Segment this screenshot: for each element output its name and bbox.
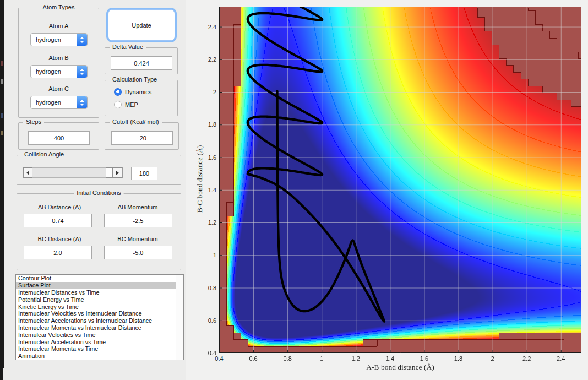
panel-title: Atom Types	[40, 4, 78, 10]
atom-c-dropdown[interactable]: hydrogen	[30, 96, 88, 109]
x-tick-label: 0.6	[242, 355, 264, 362]
panel-calculation-type: Calculation Type Dynamics MEP	[105, 80, 178, 116]
ab-momentum-field[interactable]: -2.5	[104, 214, 172, 227]
app-window: Atom Types Atom A hydrogen Atom B hydrog…	[0, 0, 588, 380]
x-tick-label: 0.8	[276, 355, 298, 362]
y-tick-label: 2.2	[197, 56, 216, 63]
background-window-corner	[0, 368, 3, 380]
atom-c-value: hydrogen	[31, 96, 77, 108]
list-item[interactable]: Internuclear Accelerations vs Internucle…	[16, 317, 183, 324]
y-tick-label: 2.4	[197, 24, 216, 30]
list-item[interactable]: Internuclear Momenta vs Internuclear Dis…	[16, 324, 183, 332]
list-item[interactable]: Internuclear Distances vs Time	[16, 289, 183, 296]
panel-atom-types: Atom Types Atom A hydrogen Atom B hydrog…	[18, 8, 99, 118]
list-items-container: Contour PlotSurface PlotInternuclear Dis…	[16, 275, 183, 360]
radio-dynamics-label: Dynamics	[125, 89, 151, 95]
panel-title: Delta Value	[110, 44, 146, 50]
dropdown-chevrons-icon	[77, 96, 87, 108]
panel-collision-angle: Collision Angle 180	[17, 155, 181, 185]
panel-cutoff: Cutoff (Kcal/ mol) -20	[105, 122, 179, 150]
slider-left-arrow-icon[interactable]	[23, 167, 32, 178]
list-item[interactable]: Internulear Velocities vs Time	[16, 331, 183, 338]
x-tick-label: 1.8	[448, 355, 470, 362]
x-tick-label: 2.2	[516, 355, 538, 362]
y-tick-label: 0.6	[197, 317, 216, 324]
background-window-edge	[0, 0, 4, 368]
radio-mep[interactable]: MEP	[114, 101, 138, 108]
panel-title: Collision Angle	[21, 151, 67, 158]
collision-angle-field[interactable]: 180	[131, 167, 157, 180]
atom-a-dropdown[interactable]: hydrogen	[30, 33, 88, 46]
bc-momentum-field[interactable]: -5.0	[104, 246, 172, 259]
atom-b-dropdown[interactable]: hydrogen	[30, 65, 88, 78]
y-tick-label: 1	[197, 252, 216, 258]
slider-thumb[interactable]	[106, 167, 113, 178]
atom-b-label: Atom B	[19, 55, 99, 61]
x-axis-label: A-B bond distance (Å)	[318, 363, 483, 372]
bc-distance-label: BC Distance (A)	[24, 236, 95, 242]
panel-delta-value: Delta Value 0.424	[105, 47, 178, 74]
plot-type-listbox[interactable]: Contour PlotSurface PlotInternuclear Dis…	[15, 274, 184, 360]
atom-b-value: hydrogen	[31, 66, 77, 78]
listbox-scrollbar[interactable]	[176, 275, 183, 360]
radio-button-icon	[114, 88, 122, 96]
y-axis-label: B-C bond distance (Å)	[195, 124, 204, 234]
slider-trough[interactable]	[32, 167, 106, 178]
dropdown-chevrons-icon	[77, 66, 87, 78]
radio-dynamics[interactable]: Dynamics	[114, 88, 151, 96]
list-item[interactable]: Internuclear Velocities vs Internuclear …	[16, 310, 183, 317]
radio-button-icon	[114, 101, 122, 108]
list-item[interactable]: Contour Plot	[16, 275, 183, 282]
radio-mep-label: MEP	[125, 101, 138, 108]
slider-right-arrow-icon[interactable]	[113, 167, 122, 178]
x-tick-label: 1.6	[413, 355, 435, 362]
y-tick-label: 2	[197, 89, 216, 95]
atom-a-value: hydrogen	[31, 34, 77, 46]
list-item[interactable]: Animation	[16, 352, 183, 360]
dropdown-chevrons-icon	[77, 34, 87, 46]
x-tick-label: 1	[311, 355, 333, 362]
list-item[interactable]: Internuclear Momenta vs Time	[16, 345, 183, 352]
atom-a-label: Atom A	[19, 23, 99, 29]
x-tick-label: 2	[482, 355, 504, 362]
panel-title: Steps	[23, 118, 44, 125]
collision-angle-slider[interactable]	[23, 167, 123, 178]
panel-steps: Steps 400	[18, 122, 99, 150]
contour-plot-canvas[interactable]	[219, 7, 581, 353]
delta-value-field[interactable]: 0.424	[111, 56, 172, 70]
y-tick-label: 0.4	[197, 350, 216, 356]
steps-field[interactable]: 400	[28, 131, 90, 145]
x-tick-label: 2.4	[550, 355, 572, 362]
panel-title: Cutoff (Kcal/ mol)	[110, 118, 162, 125]
panel-title: Initial Conditions	[74, 189, 124, 196]
bc-momentum-label: BC Momentum	[104, 236, 171, 242]
ab-distance-field[interactable]: 0.74	[24, 214, 92, 227]
atom-c-label: Atom C	[19, 85, 99, 92]
x-tick-label: 1.2	[345, 355, 367, 362]
y-tick-label: 0.8	[197, 285, 216, 291]
list-item[interactable]: Kinetic Energy vs Time	[16, 303, 183, 310]
list-item[interactable]: Surface Plot	[16, 282, 183, 289]
ab-momentum-label: AB Momentum	[104, 204, 171, 210]
cutoff-field[interactable]: -20	[111, 131, 173, 145]
panel-title: Calculation Type	[110, 76, 160, 83]
update-button[interactable]: Update	[108, 9, 175, 41]
list-item[interactable]: Internuclear Acceleration vs Time	[16, 338, 183, 345]
bc-distance-field[interactable]: 2.0	[24, 246, 92, 259]
list-item[interactable]: Potential Energy vs Time	[16, 296, 183, 303]
panel-initial-conditions: Initial Conditions AB Distance (A) AB Mo…	[17, 193, 181, 270]
ab-distance-label: AB Distance (A)	[24, 204, 95, 210]
x-tick-label: 1.4	[379, 355, 401, 362]
